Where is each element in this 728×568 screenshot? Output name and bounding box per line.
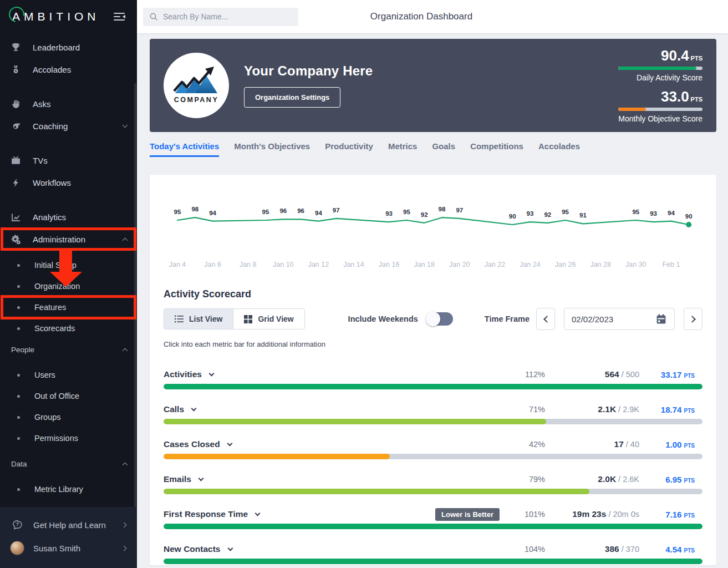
view-button-label: List View: [189, 315, 222, 323]
sidebar-item-leaderboard[interactable]: Leaderboard: [0, 36, 137, 58]
tab-productivity[interactable]: Productivity: [325, 141, 373, 157]
sidebar-scrollbar[interactable]: [134, 83, 136, 566]
calendar-icon[interactable]: [655, 313, 667, 325]
main-area: Organization Dashboard: [137, 0, 728, 568]
sidebar-item-groups[interactable]: Groups: [0, 407, 137, 428]
chevron-down-icon[interactable]: [208, 371, 214, 377]
sidebar-item-label: Organization: [34, 282, 80, 291]
search-box[interactable]: [143, 8, 298, 26]
list-view-button[interactable]: List View: [164, 308, 233, 329]
topbar: Organization Dashboard: [137, 0, 728, 33]
metric-value: 19m 23s / 20m 0s: [545, 509, 639, 519]
metric-progress-bar[interactable]: [164, 454, 702, 459]
org-header-card: COMPANY Your Company Here Organization S…: [150, 39, 716, 132]
sidebar-item-permissions[interactable]: Permissions: [0, 428, 137, 449]
metric-percent: 71%: [512, 405, 545, 414]
grid-view-button[interactable]: Grid View: [233, 308, 304, 329]
chevron-down-icon[interactable]: [191, 406, 197, 412]
svg-text:Jan 20: Jan 20: [449, 261, 470, 268]
sidebar-section-data[interactable]: Data: [0, 453, 137, 474]
chevron-down-icon[interactable]: [227, 546, 233, 551]
tab-competitions[interactable]: Competitions: [470, 141, 523, 157]
daily-activity-line-chart[interactable]: 9598949596969497939592989790939295919593…: [164, 175, 702, 272]
metric-row-cases-closed[interactable]: Cases Closed42%17 / 401.00 PTS: [164, 437, 702, 459]
sidebar-item-label: Users: [34, 371, 55, 379]
svg-text:95: 95: [403, 209, 410, 215]
score-progress-bar: [618, 108, 702, 111]
organization-settings-button[interactable]: Organization Settings: [244, 87, 340, 108]
sidebar-item-out-of-office[interactable]: Out of Office: [0, 386, 137, 407]
chevron-down-icon[interactable]: [227, 441, 232, 447]
svg-text:Jan 4: Jan 4: [169, 261, 186, 268]
metric-row-emails[interactable]: Emails79%2.0K / 2.6K6.95 PTS: [164, 472, 702, 494]
user-avatar: [10, 541, 24, 555]
tab-metrics[interactable]: Metrics: [388, 141, 418, 157]
svg-text:Jan 10: Jan 10: [273, 261, 294, 268]
include-weekends-toggle[interactable]: [426, 312, 453, 326]
date-picker[interactable]: [564, 308, 675, 330]
sidebar-item-accolades[interactable]: Accolades: [0, 58, 137, 80]
metric-points: 18.74 PTS: [639, 405, 702, 414]
chevron-down-icon[interactable]: [255, 511, 261, 516]
sidebar-item-initial-setup[interactable]: Initial Setup: [0, 255, 137, 276]
metric-progress-bar[interactable]: [164, 384, 702, 389]
trophy-icon: [10, 43, 21, 52]
timeframe-group: Time Frame: [485, 308, 702, 330]
timeframe-prev-button[interactable]: [536, 308, 555, 330]
metric-points: 1.00 PTS: [639, 440, 702, 449]
sidebar-item-scorecards[interactable]: Scorecards: [0, 318, 137, 339]
tv-icon: [10, 156, 21, 165]
svg-text:COMPANY: COMPANY: [174, 96, 218, 104]
sidebar-item-analytics[interactable]: Analytics: [0, 206, 137, 228]
svg-text:Jan 16: Jan 16: [379, 261, 400, 268]
metric-points: 33.17 PTS: [639, 370, 702, 379]
sidebar-item-asks[interactable]: Asks: [0, 93, 137, 115]
scorecard-controls: List ViewGrid View Include Weekends Time…: [164, 308, 702, 330]
sidebar-item-tvs[interactable]: TVs: [0, 149, 137, 171]
sidebar-item-users[interactable]: Users: [0, 364, 137, 386]
score-label: Monthly Objective Score: [618, 114, 702, 123]
metric-head: First Response TimeLower is Better101%19…: [164, 507, 702, 521]
tab-month-s-objectives[interactable]: Month's Objectives: [234, 141, 310, 157]
svg-text:94: 94: [315, 210, 322, 216]
sidebar-item-label: Features: [34, 303, 66, 312]
svg-text:93: 93: [385, 210, 393, 217]
search-input[interactable]: [163, 12, 292, 21]
metric-progress-bar[interactable]: [164, 524, 702, 529]
timeframe-next-button[interactable]: [684, 308, 702, 330]
tab-today-s-activities[interactable]: Today's Activities: [150, 141, 219, 157]
view-button-label: Grid View: [258, 315, 293, 323]
score-monthly-objective-score: 33.0PTSMonthly Objective Score: [618, 89, 702, 123]
sidebar-item-workflows[interactable]: Workflows: [0, 171, 137, 194]
chevron-down-icon[interactable]: [198, 476, 204, 481]
sidebar-item-label: Initial Setup: [34, 261, 77, 270]
chevron-right-icon: [121, 545, 127, 551]
svg-text:Jan 30: Jan 30: [625, 261, 646, 268]
sidebar-item-coaching[interactable]: Coaching: [0, 115, 137, 137]
tab-accolades[interactable]: Accolades: [538, 141, 580, 157]
sidebar-item-organization[interactable]: Organization: [0, 276, 137, 297]
sidebar-item-features[interactable]: Features: [0, 297, 137, 318]
svg-text:95: 95: [262, 209, 269, 215]
tab-goals[interactable]: Goals: [432, 141, 455, 157]
help-icon: ?: [10, 519, 24, 531]
metric-row-activities[interactable]: Activities112%564 / 50033.17 PTS: [164, 367, 702, 389]
metric-progress-bar[interactable]: [164, 559, 702, 564]
sidebar-footer-get-help-and-learn[interactable]: ?Get Help and Learn: [0, 513, 137, 536]
sidebar-item-metric-library[interactable]: Metric Library: [0, 479, 137, 500]
sidebar-item-administration[interactable]: Administration: [0, 228, 137, 250]
sidebar-footer-susan-smith[interactable]: Susan Smith: [0, 536, 137, 560]
sidebar-section-people[interactable]: People: [0, 339, 137, 360]
svg-text:97: 97: [333, 207, 340, 214]
metric-row-calls[interactable]: Calls71%2.1K / 2.9K18.74 PTS: [164, 402, 702, 424]
metric-value: 386 / 370: [545, 544, 639, 554]
bullet-icon: [17, 264, 20, 267]
metric-row-first-response-time[interactable]: First Response TimeLower is Better101%19…: [164, 507, 702, 529]
metric-row-new-contacts[interactable]: New Contacts104%386 / 3704.54 PTS: [164, 542, 702, 564]
metric-head: Activities112%564 / 50033.17 PTS: [164, 367, 702, 382]
score-progress-bar: [618, 67, 702, 70]
sidebar-collapse-icon[interactable]: [114, 12, 126, 21]
metric-progress-bar[interactable]: [164, 489, 702, 494]
metric-progress-bar[interactable]: [164, 419, 702, 424]
date-input[interactable]: [572, 315, 638, 324]
